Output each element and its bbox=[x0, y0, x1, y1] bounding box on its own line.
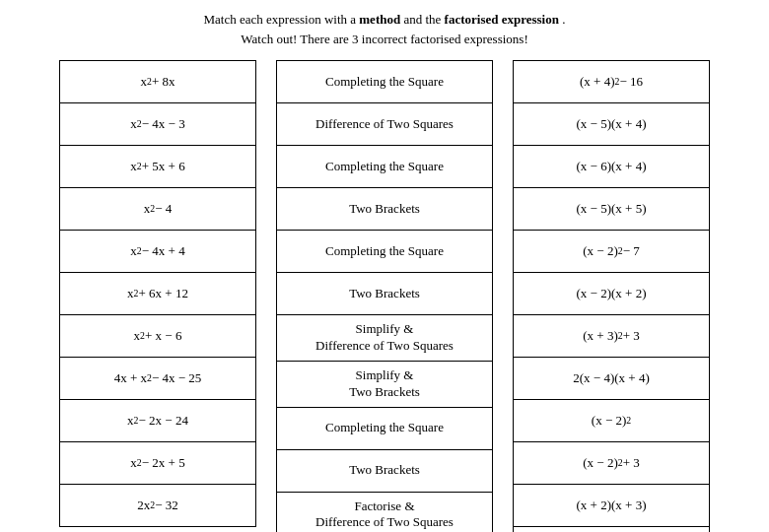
expression-cell-7: 4x + x2 − 4x − 25 bbox=[59, 357, 256, 400]
method-cell-0: Completing the Square bbox=[276, 60, 493, 103]
header: Match each expression with a method and … bbox=[10, 10, 759, 48]
factorised-cell-1: (x − 5)(x + 4) bbox=[513, 102, 710, 146]
expression-cell-3: x2 − 4 bbox=[59, 187, 256, 231]
method-cell-2: Completing the Square bbox=[276, 145, 493, 188]
expression-cell-1: x2 − 4x − 3 bbox=[59, 102, 256, 146]
expression-cell-6: x2 + x − 6 bbox=[59, 314, 256, 358]
expression-cell-9: x2 − 2x + 5 bbox=[59, 441, 256, 485]
factorised-cell-10: (x + 2)(x + 3) bbox=[513, 484, 710, 527]
factorised-cell-6: (x + 3)2 + 3 bbox=[513, 314, 710, 358]
method-cell-10: Factorise &Difference of Two Squares bbox=[276, 492, 493, 532]
method-cell-1: Difference of Two Squares bbox=[276, 102, 493, 146]
factorised-cell-11: (x + 3)(x − 2) bbox=[513, 526, 710, 532]
method-cell-8: Completing the Square bbox=[276, 407, 493, 450]
expression-cell-0: x2 + 8x bbox=[59, 60, 256, 103]
method-cell-7: Simplify &Two Brackets bbox=[276, 361, 493, 408]
expressions-column: x2 + 8xx2 − 4x − 3x2 + 5x + 6x2 − 4x2 − … bbox=[59, 60, 256, 532]
expression-cell-2: x2 + 5x + 6 bbox=[59, 145, 256, 188]
bold-method: method bbox=[359, 12, 400, 27]
factorised-cell-0: (x + 4)2 − 16 bbox=[513, 60, 710, 103]
factorised-cell-4: (x − 2)2 − 7 bbox=[513, 230, 710, 273]
factorised-cell-7: 2(x − 4)(x + 4) bbox=[513, 357, 710, 400]
factorised-cell-3: (x − 5)(x + 5) bbox=[513, 187, 710, 231]
method-cell-3: Two Brackets bbox=[276, 187, 493, 231]
header-line1: Match each expression with a method and … bbox=[10, 10, 759, 30]
factorised-cell-5: (x − 2)(x + 2) bbox=[513, 272, 710, 315]
methods-column: Completing the SquareDifference of Two S… bbox=[276, 60, 493, 532]
main-grid: x2 + 8xx2 − 4x − 3x2 + 5x + 6x2 − 4x2 − … bbox=[10, 60, 759, 532]
bold-factorised: factorised expression bbox=[445, 12, 559, 27]
method-cell-6: Simplify &Difference of Two Squares bbox=[276, 314, 493, 362]
method-cell-4: Completing the Square bbox=[276, 230, 493, 273]
method-cell-9: Two Brackets bbox=[276, 449, 493, 493]
method-cell-5: Two Brackets bbox=[276, 272, 493, 315]
factorised-cell-2: (x − 6)(x + 4) bbox=[513, 145, 710, 188]
factorised-column: (x + 4)2 − 16(x − 5)(x + 4)(x − 6)(x + 4… bbox=[513, 60, 710, 532]
factorised-cell-9: (x − 2)2 + 3 bbox=[513, 441, 710, 485]
expression-cell-4: x2 − 4x + 4 bbox=[59, 230, 256, 273]
expression-cell-8: x2 − 2x − 24 bbox=[59, 399, 256, 442]
expression-cell-5: x2 + 6x + 12 bbox=[59, 272, 256, 315]
expression-cell-10: 2x2 − 32 bbox=[59, 484, 256, 527]
header-line2: Watch out! There are 3 incorrect factori… bbox=[10, 30, 759, 49]
factorised-cell-8: (x − 2)2 bbox=[513, 399, 710, 442]
